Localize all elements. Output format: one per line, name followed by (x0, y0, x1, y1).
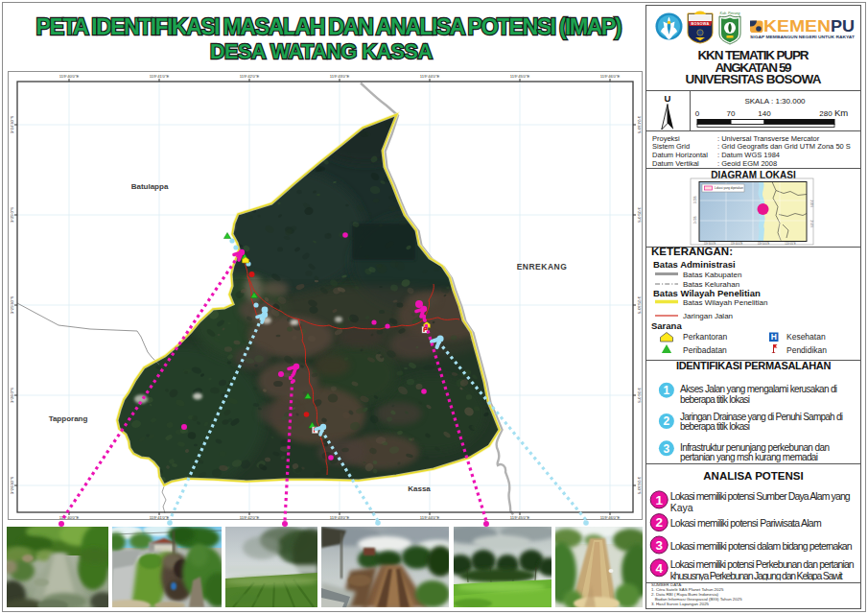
svg-text:119°41'0"E: 119°41'0"E (150, 515, 170, 519)
svg-text:Akses Jalan yang mengalami ker: Akses Jalan yang mengalami kerusakan di (680, 384, 837, 394)
svg-text:Kesehatan: Kesehatan (786, 332, 826, 342)
svg-text:Pendidikan: Pendidikan (786, 345, 827, 354)
svg-text:280: 280 (819, 109, 833, 118)
svg-text:119°40'0"E: 119°40'0"E (59, 74, 80, 79)
svg-text:3: 3 (664, 442, 670, 456)
svg-text:119°42'0"E: 119°42'0"E (240, 515, 260, 519)
svg-text:119°45'0"E: 119°45'0"E (510, 515, 530, 519)
svg-text:Infrastruktur penunjang perkeb: Infrastruktur penunjang perkebunan dan (680, 442, 830, 453)
svg-text:119°40'0"E: 119°40'0"E (59, 515, 80, 519)
svg-text:khususnya Perkebunan Jagung da: khususnya Perkebunan Jagung dan Kelapa S… (670, 570, 843, 581)
svg-text:Batulappa: Batulappa (131, 182, 169, 191)
svg-text:2: 2 (664, 414, 670, 428)
svg-text:Lokasi yang dipetakan: Lokasi yang dipetakan (715, 186, 743, 190)
svg-text:KEMEN: KEMEN (763, 17, 831, 35)
svg-text:2: 2 (655, 515, 663, 530)
svg-text:Lokasi memiliki potensi Sumber: Lokasi memiliki potensi Sumber Daya Alam… (670, 490, 851, 502)
svg-text:Kaya: Kaya (670, 502, 693, 513)
svg-text:PETA IDENTIFIKASI MASALAH DAN: PETA IDENTIFIKASI MASALAH DAN ANALISA PO… (36, 14, 622, 39)
svg-text:KETERANGAN:: KETERANGAN: (651, 246, 733, 257)
svg-text:1: 1 (664, 384, 670, 397)
svg-text:70: 70 (727, 109, 736, 118)
svg-text:4: 4 (655, 561, 663, 576)
svg-text:3: 3 (655, 538, 663, 553)
svg-text:ENREKANG: ENREKANG (517, 262, 568, 272)
svg-text:119°43'0"E: 119°43'0"E (330, 74, 350, 79)
svg-text:119°46'0"E: 119°46'0"E (600, 515, 621, 519)
svg-text:119°46'0"E: 119°46'0"E (600, 74, 621, 79)
svg-text:119°44'0"E: 119°44'0"E (420, 74, 440, 79)
svg-text:3°40'S: 3°40'S (693, 216, 697, 224)
svg-text:3°26'0"S: 3°26'0"S (10, 388, 14, 403)
svg-text:Lokasi memiliki potensi dalam: Lokasi memiliki potensi dalam bidang pet… (670, 540, 853, 552)
svg-text:119°41'0"E: 119°41'0"E (150, 74, 170, 79)
svg-text:140: 140 (758, 109, 771, 118)
svg-text:1: 1 (655, 493, 663, 508)
svg-text:Lokasi memiliki potensi Pariwi: Lokasi memiliki potensi Pariwisata Alam (670, 517, 822, 529)
svg-text:Kassa: Kassa (408, 484, 431, 493)
svg-text:Batas Wilayah Penelitian: Batas Wilayah Penelitian (683, 298, 768, 307)
svg-text:3°25'30"S: 3°25'30"S (10, 296, 14, 315)
svg-text:3°26'30"S: 3°26'30"S (10, 477, 14, 495)
svg-text:Lokasi memiliki potensi Perkeb: Lokasi memiliki potensi Perkebunan dan p… (670, 558, 855, 570)
svg-text:3°26'30"S: 3°26'30"S (637, 477, 642, 495)
svg-text:Jaringan Jalan: Jaringan Jalan (683, 312, 733, 320)
svg-text:3°40'S: 3°40'S (809, 221, 813, 228)
svg-text:pertanian yang msh kurang mema: pertanian yang msh kurang memadai (680, 452, 818, 462)
svg-text:Kab. Pinrang: Kab. Pinrang (720, 12, 740, 15)
svg-text:PU: PU (831, 17, 855, 35)
svg-text:H: H (771, 332, 777, 342)
svg-text:U: U (665, 93, 671, 104)
svg-text:3°25'0"S: 3°25'0"S (10, 207, 14, 223)
svg-text:beberapa titik lokasi: beberapa titik lokasi (680, 421, 750, 432)
svg-text:Perkantoran: Perkantoran (683, 332, 728, 342)
svg-text:119°42'0"E: 119°42'0"E (240, 74, 260, 79)
svg-text:Batas Kabupaten: Batas Kabupaten (683, 271, 741, 279)
svg-text:SKALA : 1:30.000: SKALA : 1:30.000 (744, 97, 806, 106)
svg-text:SIGAP MEMBANGUN NEGERI UNTUK R: SIGAP MEMBANGUN NEGERI UNTUK RAKYAT (750, 35, 856, 39)
svg-text:119°44'0"E: 119°44'0"E (420, 515, 440, 519)
svg-text:3°20'S: 3°20'S (809, 201, 813, 208)
svg-text:0: 0 (695, 109, 700, 118)
svg-text:Tapporang: Tapporang (49, 414, 88, 423)
svg-text:Km: Km (834, 107, 848, 118)
svg-text:3°20'S: 3°20'S (693, 196, 697, 203)
svg-text:3°25'0"S: 3°25'0"S (637, 207, 642, 223)
svg-text:3°24'30"S: 3°24'30"S (637, 116, 642, 134)
svg-text:Batas Wilayah Penelitian: Batas Wilayah Penelitian (653, 288, 761, 298)
svg-text:3°26'0"S: 3°26'0"S (637, 388, 642, 403)
svg-text:DESA WATANG KASSA: DESA WATANG KASSA (210, 40, 433, 63)
svg-text:3°24'30"S: 3°24'30"S (10, 116, 14, 134)
svg-text:Jaringan Drainase yang di Penu: Jaringan Drainase yang di Penuhi Sampah … (680, 412, 843, 422)
svg-text:119°43'0"E: 119°43'0"E (330, 515, 350, 519)
svg-text:Batas Administrasi: Batas Administrasi (653, 259, 736, 270)
svg-text:BOSOWA: BOSOWA (691, 22, 709, 26)
svg-text:UNIVERSITAS BOSOWA: UNIVERSITAS BOSOWA (686, 72, 822, 86)
svg-text:3°25'30"S: 3°25'30"S (637, 296, 642, 315)
svg-text:beberapa titik lokasi: beberapa titik lokasi (680, 394, 750, 405)
svg-text:119°45'0"E: 119°45'0"E (510, 74, 530, 79)
svg-text:Peribadatan: Peribadatan (683, 345, 727, 354)
svg-text:Sarana: Sarana (651, 320, 682, 331)
